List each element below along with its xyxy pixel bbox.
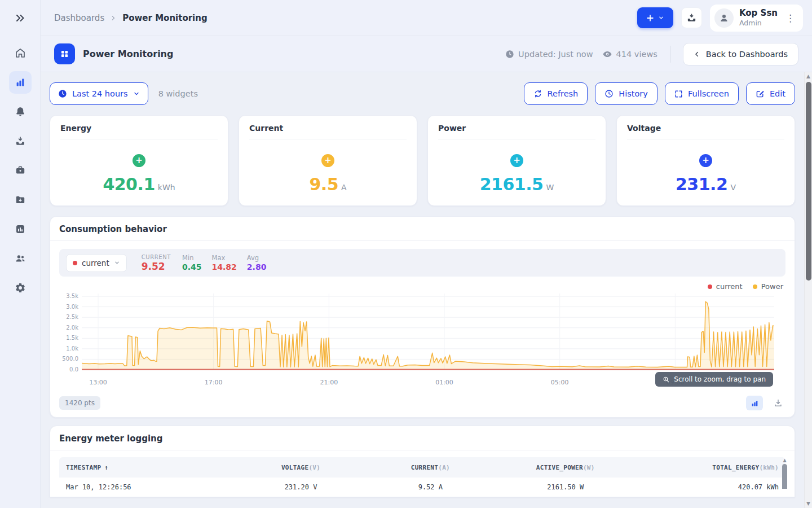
stat-card-title: Energy xyxy=(60,124,218,139)
sort-asc-icon: ↑ xyxy=(104,464,108,471)
plus-bubble-icon: + xyxy=(321,154,334,167)
column-total-energy[interactable]: TOTAL_ENERGY(kWh) xyxy=(638,464,779,471)
user-menu[interactable]: Kop Ssn Admin ⋮ xyxy=(710,5,803,32)
edit-button[interactable]: Edit xyxy=(746,82,795,105)
stat-card-power: Power + 2161.5 W xyxy=(427,115,606,206)
chevron-down-icon xyxy=(133,90,140,97)
legend-dot-power xyxy=(753,284,757,289)
inbox-tray-icon xyxy=(686,12,697,23)
clock-icon xyxy=(505,50,514,59)
updated-status: Updated: Just now xyxy=(505,50,593,59)
cell-current: 9.52 A xyxy=(368,483,492,491)
current-series-dot xyxy=(73,261,77,265)
chart-zone: 3.5k3.0k2.5k2.0k1.5k1.0k500.00.0 13:0017… xyxy=(50,292,795,391)
stat-current: CURRENT 9.52 xyxy=(142,254,171,272)
sidebar-item-notifications[interactable] xyxy=(9,100,32,123)
sidebar-item-users[interactable] xyxy=(9,247,32,270)
cell-active-power: 2161.50 W xyxy=(492,483,638,491)
chevron-right-icon xyxy=(110,15,117,21)
sidebar-item-reports[interactable] xyxy=(9,218,32,240)
chart-footer: 1420 pts xyxy=(50,391,795,417)
y-tick-label: 1.0k xyxy=(66,345,78,352)
consumption-title: Consumption behavior xyxy=(50,217,795,241)
kebab-menu-icon[interactable]: ⋮ xyxy=(783,12,797,24)
download-button[interactable] xyxy=(771,396,785,410)
table-area: TIMESTAMP↑ VOLTAGE(V) CURRENT(A) ACTIVE_… xyxy=(59,457,785,497)
edit-pencil-icon xyxy=(756,89,765,98)
double-chevron-right-icon xyxy=(15,12,26,24)
stat-card-voltage: Voltage + 231.2 V xyxy=(616,115,795,206)
back-to-dashboards-button[interactable]: Back to Dashboards xyxy=(683,43,798,65)
legend-item-power[interactable]: Power xyxy=(753,282,783,291)
page-scrollbar-track[interactable] xyxy=(805,81,812,500)
series-selector-label: current xyxy=(82,259,109,268)
sidebar-item-inbox[interactable] xyxy=(9,130,32,152)
fullscreen-button[interactable]: Fullscreen xyxy=(665,82,739,105)
time-range-selector[interactable]: Last 24 hours xyxy=(50,82,148,105)
sidebar-item-briefcase[interactable] xyxy=(9,159,32,182)
series-selector[interactable]: current xyxy=(66,254,127,272)
user-role: Admin xyxy=(739,19,778,27)
column-timestamp[interactable]: TIMESTAMP↑ xyxy=(66,464,233,471)
topbar: Dashboards Power Monitoring Kop Ssn Admi… xyxy=(41,0,812,36)
table-row[interactable]: Mar 10, 12:26:56 231.20 V 9.52 A 2161.50… xyxy=(59,478,785,497)
sidebar-item-settings[interactable] xyxy=(9,277,32,299)
plus-bubble-icon: + xyxy=(510,154,523,167)
add-button[interactable] xyxy=(637,7,673,28)
mini-bar-chart-icon xyxy=(751,399,759,408)
y-tick-label: 1.5k xyxy=(66,335,78,341)
breadcrumb-dashboards[interactable]: Dashboards xyxy=(54,13,104,23)
chevron-down-icon xyxy=(658,15,664,21)
fullscreen-icon xyxy=(674,90,683,98)
chart-legend: current Power xyxy=(50,277,795,292)
scroll-hint-tooltip: Scroll to zoom, drag to pan xyxy=(655,372,773,387)
consumption-chart[interactable] xyxy=(82,292,774,376)
sidebar-item-home[interactable] xyxy=(9,42,32,64)
refresh-button[interactable]: Refresh xyxy=(524,82,588,105)
column-voltage[interactable]: VOLTAGE(V) xyxy=(233,464,368,471)
plus-bubble-icon: + xyxy=(133,154,145,167)
dashboard-toolbar: Last 24 hours 8 widgets Refresh History … xyxy=(50,82,795,105)
plus-icon xyxy=(646,14,655,23)
page-scrollbar[interactable]: ▲ ▼ xyxy=(804,72,812,508)
column-current[interactable]: CURRENT(A) xyxy=(368,464,492,471)
chart-type-button[interactable] xyxy=(746,396,763,410)
scroll-down-arrow-icon[interactable]: ▼ xyxy=(806,500,810,508)
inbox-tray-icon xyxy=(15,135,26,147)
y-tick-label: 2.0k xyxy=(66,325,78,331)
widgets-count: 8 widgets xyxy=(158,89,198,98)
y-tick-label: 3.5k xyxy=(66,293,78,299)
refresh-icon xyxy=(533,89,542,98)
content-area: Last 24 hours 8 widgets Refresh History … xyxy=(41,72,804,508)
table-header-row: TIMESTAMP↑ VOLTAGE(V) CURRENT(A) ACTIVE_… xyxy=(59,457,785,478)
sidebar-item-dashboards[interactable] xyxy=(9,71,32,94)
table-scrollbar-thumb[interactable] xyxy=(782,464,787,489)
y-tick-label: 2.5k xyxy=(66,314,78,320)
sidebar-item-folder[interactable] xyxy=(9,189,32,211)
stat-unit: W xyxy=(546,183,554,192)
energy-meter-logging-card: Energy meter logging TIMESTAMP↑ VOLTAGE(… xyxy=(50,426,795,497)
inbox-button[interactable] xyxy=(681,7,702,28)
chart-plot-area[interactable]: 13:0017:0021:0001:0005:0009:00 Scroll to… xyxy=(82,292,774,391)
divider xyxy=(670,46,670,63)
scroll-up-arrow-icon[interactable]: ▲ xyxy=(806,72,810,81)
home-icon xyxy=(15,47,26,59)
stat-min: Min 0.45 xyxy=(182,254,202,271)
x-tick-label: 01:00 xyxy=(435,379,453,386)
y-tick-label: 500.0 xyxy=(62,356,78,362)
legend-dot-current xyxy=(708,284,712,289)
x-tick-label: 13:00 xyxy=(89,379,107,386)
stat-unit: kWh xyxy=(158,183,175,192)
series-stats-strip: current CURRENT 9.52 Min 0.45 Max 14.82 … xyxy=(59,249,785,277)
cell-timestamp: Mar 10, 12:26:56 xyxy=(66,483,233,491)
bell-icon xyxy=(15,106,26,117)
history-button[interactable]: History xyxy=(595,82,657,105)
table-scrollbar[interactable]: ▲ xyxy=(782,457,788,489)
page-scrollbar-thumb[interactable] xyxy=(806,82,811,281)
legend-item-current[interactable]: current xyxy=(708,282,743,291)
scroll-up-arrow-icon[interactable]: ▲ xyxy=(783,457,786,464)
stat-avg: Avg 2.80 xyxy=(247,254,267,271)
sidebar-collapse-button[interactable] xyxy=(0,0,40,36)
column-active-power[interactable]: ACTIVE_POWER(W) xyxy=(492,464,638,471)
stat-card-title: Voltage xyxy=(627,124,784,139)
